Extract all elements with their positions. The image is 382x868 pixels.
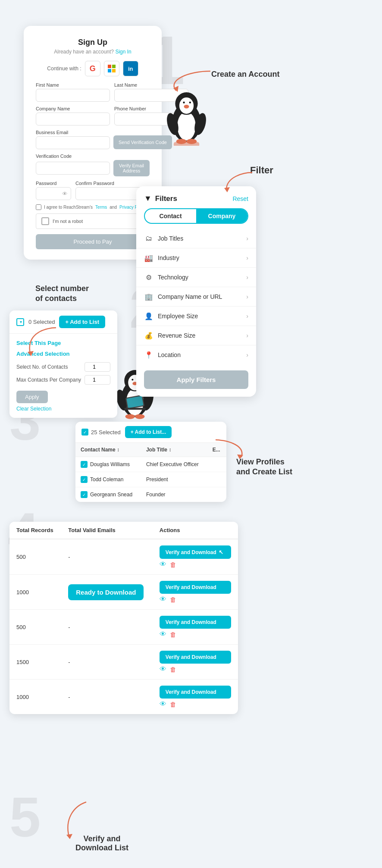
company-phone-row: Company Name Phone Number (36, 106, 150, 125)
penguin1 (166, 84, 207, 146)
apply-small-btn[interactable]: Apply (16, 391, 48, 403)
step5-number: 5 (9, 785, 41, 849)
signup-subtitle: Already have an account? Sign In (36, 49, 150, 55)
trash-icon-2[interactable]: 🗑 (170, 596, 176, 603)
job-title-cell: President (141, 472, 207, 487)
arrow-verify-svg (60, 798, 112, 841)
filter-funnel-icon: ▼ (144, 194, 152, 203)
select-no-contacts-row: Select No. of Contacts (16, 362, 110, 372)
clear-selection-btn[interactable]: Clear Selection (16, 406, 110, 412)
filter-company-url[interactable]: 🏢 Company Name or URL › (136, 287, 256, 307)
svg-marker-20 (28, 351, 34, 356)
svg-rect-36 (124, 408, 146, 410)
add-to-list-btn[interactable]: + Add to List (59, 316, 105, 328)
job-titles-icon: 🗂 (144, 234, 153, 243)
verify-download-btn-4[interactable]: Verify and Download (160, 651, 231, 664)
cursor-icon: ↖ (219, 549, 223, 555)
valid-emails-cell: - (61, 539, 153, 575)
row-check-2[interactable]: ✓ (81, 476, 88, 483)
eye-icon-2[interactable]: 👁 (160, 595, 166, 603)
email-label: Business Email (36, 130, 110, 135)
linkedin-btn[interactable]: in (123, 61, 138, 76)
download-row: 1500 - Verify and Download 👁 🗑 (9, 645, 238, 680)
eye-icon-4[interactable]: 👁 (160, 665, 166, 673)
verify-download-btn-5[interactable]: Verify and Download (160, 686, 231, 699)
trash-icon[interactable]: 🗑 (170, 561, 176, 568)
filter-employee-size[interactable]: 👤 Employee Size › (136, 307, 256, 326)
chevron-icon-3: › (246, 274, 248, 281)
eye-icon-5[interactable]: 👁 (160, 700, 166, 708)
row-check-1[interactable]: ✓ (81, 461, 88, 468)
verify-download-btn[interactable]: Verify and Download ↖ (160, 545, 231, 559)
company-name-input[interactable] (36, 113, 110, 125)
svg-marker-19 (224, 187, 230, 192)
table-row: ✓ Douglas Williams Chief Executive Offic… (75, 457, 226, 472)
password-row: Password 👁 Confirm Password (36, 181, 150, 200)
industry-icon: 🏭 (144, 253, 153, 263)
col-total-records: Total Records (9, 522, 61, 539)
valid-emails-cell: Ready to Download (61, 575, 153, 610)
continue-row: Continue with : G in (36, 61, 150, 76)
download-row: 1000 - Verify and Download 👁 🗑 (9, 680, 238, 714)
tab-contact[interactable]: Contact (145, 209, 196, 223)
password-toggle-icon[interactable]: 👁 (62, 191, 68, 197)
valid-emails-cell: - (61, 610, 153, 645)
max-per-company-row: Max Contacts Per Company (16, 375, 110, 385)
select-contacts-label: Select number of contacts (35, 284, 89, 304)
filter-revenue-size[interactable]: 💰 Revenue Size › (136, 326, 256, 345)
email-input[interactable] (36, 136, 110, 149)
google-btn[interactable]: G (85, 61, 100, 76)
svg-rect-1 (112, 65, 116, 68)
filters-title: ▼ Filters (144, 194, 177, 203)
agree-checkbox[interactable] (36, 204, 41, 210)
company-name-label: Company Name (36, 106, 110, 111)
download-row: 500 - Verify and Download ↖ 👁 🗑 (9, 539, 238, 575)
checked-icon: ✓ (81, 429, 88, 436)
signin-link[interactable]: Sign In (115, 49, 131, 55)
proceed-to-pay-btn[interactable]: Proceed to Pay (36, 234, 150, 249)
contacts-panel: ✓ 25 Selected + Add to List... Contact N… (75, 422, 226, 502)
total-records-cell: 500 (9, 539, 61, 575)
filter-industry[interactable]: 🏭 Industry › (136, 248, 256, 268)
svg-rect-3 (112, 69, 116, 72)
add-to-list-btn2[interactable]: + Add to List... (125, 426, 172, 438)
max-per-company-input[interactable] (85, 375, 110, 385)
trash-icon-4[interactable]: 🗑 (170, 666, 176, 673)
filters-tabs: Contact Company (144, 208, 248, 224)
valid-emails-cell: - (61, 680, 153, 714)
filter-technology[interactable]: ⚙ Technology › (136, 268, 256, 287)
download-panel: Total Records Total Valid Emails Actions… (9, 522, 238, 714)
first-name-input[interactable] (36, 89, 110, 102)
tab-company[interactable]: Company (196, 209, 247, 223)
actions-cell: Verify and Download 👁 🗑 (153, 645, 238, 680)
job-title-cell: Founder (141, 487, 207, 502)
signup-title: Sign Up (36, 38, 150, 47)
filters-panel: ▼ Filters Reset Contact Company 🗂 Job Ti… (136, 186, 256, 397)
filter-job-titles[interactable]: 🗂 Job Titles › (136, 229, 256, 248)
filters-reset-btn[interactable]: Reset (232, 195, 248, 202)
actions-cell: Verify and Download ↖ 👁 🗑 (153, 539, 238, 575)
verify-email-btn[interactable]: Verify Email Address (113, 160, 150, 176)
filter-location[interactable]: 📍 Location › (136, 345, 256, 364)
eye-icon-3[interactable]: 👁 (160, 630, 166, 638)
verify-download-btn-3[interactable]: Verify and Download (160, 616, 231, 629)
apply-filters-btn[interactable]: Apply Filters (144, 370, 248, 389)
action-icons-2: 👁 🗑 (160, 595, 231, 603)
verification-input[interactable] (36, 162, 110, 175)
download-row: 1000 Ready to Download Verify and Downlo… (9, 575, 238, 610)
eye-icon[interactable]: 👁 (160, 561, 166, 568)
col-contact-name: Contact Name ↕ (75, 443, 141, 457)
row-check-3[interactable]: ✓ (81, 491, 88, 498)
microsoft-btn[interactable] (104, 61, 119, 76)
terms-link[interactable]: Terms (95, 205, 107, 210)
action-icons-5: 👁 🗑 (160, 700, 231, 708)
send-code-btn[interactable]: Send Verification Code (113, 135, 172, 149)
total-records-cell: 1000 (9, 680, 61, 714)
trash-icon-3[interactable]: 🗑 (170, 631, 176, 638)
ready-to-download-badge: Ready to Download (68, 584, 144, 600)
chevron-icon-4: › (246, 293, 248, 300)
trash-icon-5[interactable]: 🗑 (170, 701, 176, 708)
select-no-input[interactable] (85, 362, 110, 372)
verify-download-btn-2[interactable]: Verify and Download (160, 581, 231, 594)
recaptcha-checkbox[interactable] (41, 217, 49, 225)
